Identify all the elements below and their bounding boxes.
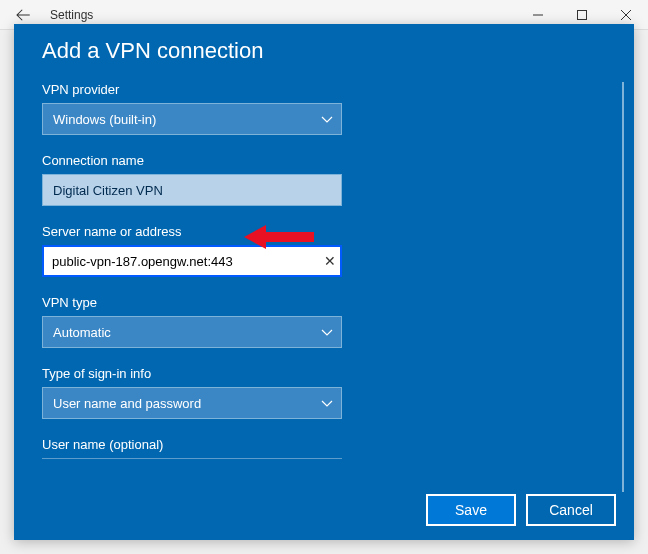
server-address-label: Server name or address bbox=[42, 224, 606, 239]
maximize-icon bbox=[577, 10, 587, 20]
back-arrow-icon bbox=[14, 6, 32, 24]
connection-name-input[interactable] bbox=[42, 174, 342, 206]
server-address-input[interactable] bbox=[42, 245, 342, 277]
clear-input-icon[interactable]: ✕ bbox=[324, 253, 336, 269]
scrollbar[interactable] bbox=[622, 82, 624, 492]
svg-rect-0 bbox=[578, 10, 587, 19]
save-button[interactable]: Save bbox=[426, 494, 516, 526]
cancel-button[interactable]: Cancel bbox=[526, 494, 616, 526]
close-icon bbox=[621, 10, 631, 20]
vpn-provider-select[interactable]: Windows (built-in) bbox=[42, 103, 342, 135]
minimize-icon bbox=[533, 10, 543, 20]
chevron-down-icon bbox=[321, 113, 333, 125]
signin-type-select[interactable]: User name and password bbox=[42, 387, 342, 419]
chevron-down-icon bbox=[321, 397, 333, 409]
vpn-provider-value: Windows (built-in) bbox=[53, 112, 156, 127]
field-divider bbox=[42, 458, 342, 459]
vpn-type-select[interactable]: Automatic bbox=[42, 316, 342, 348]
vpn-provider-label: VPN provider bbox=[42, 82, 606, 97]
vpn-type-label: VPN type bbox=[42, 295, 606, 310]
username-label: User name (optional) bbox=[42, 437, 606, 452]
vpn-modal: Add a VPN connection VPN provider Window… bbox=[14, 24, 634, 540]
vpn-type-value: Automatic bbox=[53, 325, 111, 340]
signin-type-value: User name and password bbox=[53, 396, 201, 411]
connection-name-label: Connection name bbox=[42, 153, 606, 168]
modal-title: Add a VPN connection bbox=[42, 38, 606, 64]
signin-type-label: Type of sign-in info bbox=[42, 366, 606, 381]
app-title: Settings bbox=[50, 8, 93, 22]
chevron-down-icon bbox=[321, 326, 333, 338]
